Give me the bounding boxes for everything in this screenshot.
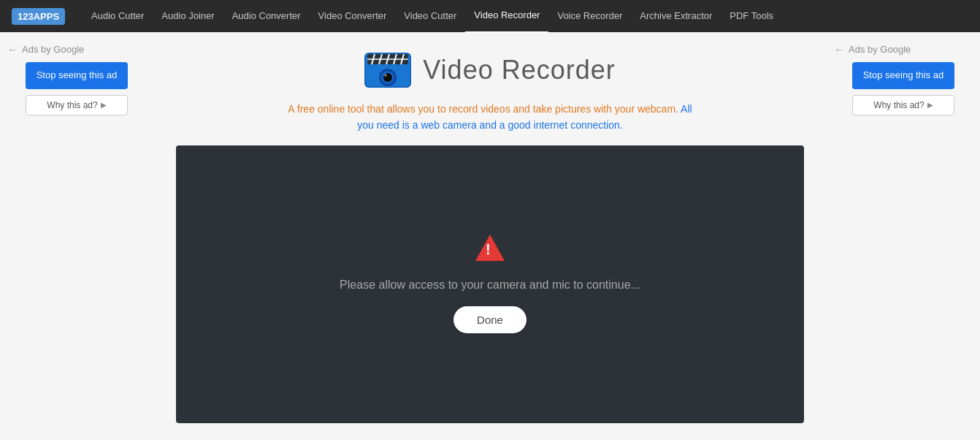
left-ad-header: ← Ads by Google	[7, 44, 146, 56]
right-ad-stop-button[interactable]: Stop seeing this ad	[852, 62, 954, 89]
warning-triangle-icon	[475, 235, 505, 261]
left-ad-why[interactable]: Why this ad? ▶	[26, 95, 128, 115]
nav-audio-cutter[interactable]: Audio Cutter	[83, 0, 153, 32]
hero-section: Video Recorder	[364, 47, 616, 94]
navbar: 123APPS Audio Cutter Audio Joiner Audio …	[0, 0, 980, 32]
left-ad-stop-button[interactable]: Stop seeing this ad	[26, 62, 128, 89]
camera-access-message: Please allow access to your camera and m…	[340, 278, 640, 292]
right-ad-back-arrow[interactable]: ←	[834, 44, 844, 56]
right-ad-why[interactable]: Why this ad? ▶	[852, 95, 954, 115]
page-wrapper: ← Ads by Google Stop seeing this ad Why …	[0, 32, 980, 440]
right-ad-by-google: Ads by Google	[849, 44, 911, 56]
nav-video-cutter[interactable]: Video Cutter	[395, 0, 465, 32]
video-recorder-icon	[364, 47, 411, 94]
right-ad-why-label: Why this ad?	[873, 100, 924, 110]
right-ad-why-icon: ▶	[927, 101, 933, 109]
right-ad-panel: ← Ads by Google Stop seeing this ad Why …	[827, 32, 980, 440]
page-description: A free online tool that allows you to re…	[286, 101, 694, 134]
left-ad-why-icon: ▶	[101, 101, 107, 109]
done-button[interactable]: Done	[453, 306, 527, 333]
nav-audio-joiner[interactable]: Audio Joiner	[153, 0, 223, 32]
main-content: Video Recorder A free online tool that a…	[153, 32, 827, 440]
nav-archive-extractor[interactable]: Archive Extractor	[631, 0, 721, 32]
nav-video-converter[interactable]: Video Converter	[310, 0, 396, 32]
nav-voice-recorder[interactable]: Voice Recorder	[548, 0, 631, 32]
left-ad-by-google: Ads by Google	[22, 44, 84, 56]
app-logo[interactable]: 123APPS	[12, 8, 65, 25]
warning-icon-container	[475, 235, 505, 264]
left-ad-panel: ← Ads by Google Stop seeing this ad Why …	[0, 32, 153, 440]
page-title: Video Recorder	[423, 55, 616, 86]
nav-pdf-tools[interactable]: PDF Tools	[721, 0, 782, 32]
nav-audio-converter[interactable]: Audio Converter	[223, 0, 310, 32]
nav-video-recorder[interactable]: Video Recorder	[465, 0, 548, 33]
nav-links: Audio Cutter Audio Joiner Audio Converte…	[83, 0, 782, 33]
left-ad-why-label: Why this ad?	[47, 100, 97, 110]
left-ad-back-arrow[interactable]: ←	[7, 44, 18, 56]
svg-point-12	[384, 74, 387, 77]
right-ad-header: ← Ads by Google	[834, 44, 973, 56]
desc-orange: A free online tool that allows you to re…	[288, 103, 681, 115]
video-area: Please allow access to your camera and m…	[176, 145, 804, 423]
